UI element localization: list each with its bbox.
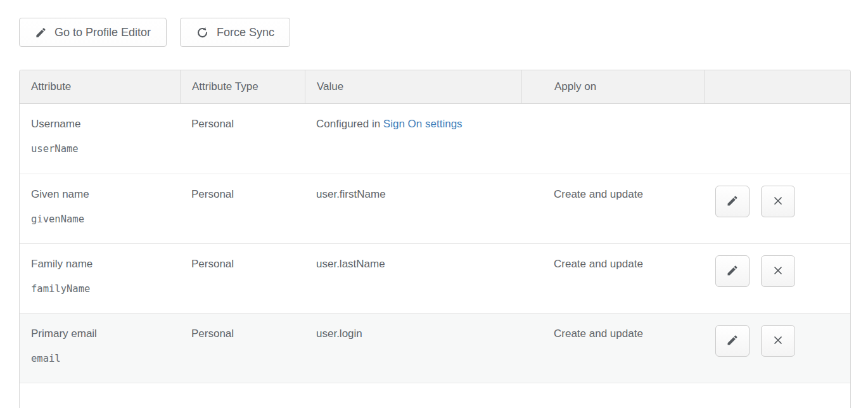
table-row-username: Username userName Personal Configured in… — [20, 104, 850, 174]
sign-on-settings-link[interactable]: Sign On settings — [383, 118, 463, 130]
attribute-type-cell: Personal — [180, 174, 305, 243]
remove-attribute-button[interactable] — [761, 255, 795, 287]
column-header-actions — [704, 70, 850, 103]
apply-on-cell — [521, 104, 704, 174]
attribute-label: Given name — [31, 188, 174, 201]
pencil-icon — [35, 27, 47, 39]
attribute-cell: Family name familyName — [20, 244, 180, 313]
force-sync-label: Force Sync — [217, 26, 274, 39]
attribute-cell: Primary email email — [20, 314, 180, 383]
pencil-icon — [726, 194, 739, 209]
attribute-mapping-table: Attribute Attribute Type Value Apply on … — [19, 70, 851, 408]
pencil-icon — [726, 334, 739, 348]
pencil-icon — [726, 264, 739, 279]
column-header-attribute-type: Attribute Type — [180, 70, 305, 103]
column-header-attribute: Attribute — [20, 70, 180, 103]
actions-cell — [704, 174, 850, 243]
attribute-label: Username — [31, 118, 174, 131]
attribute-cell: Username userName — [20, 104, 180, 174]
attribute-type-cell: Personal — [180, 104, 305, 174]
attribute-variable: userName — [31, 143, 174, 155]
table-row-primary-email: Primary email email Personal user.login … — [20, 313, 850, 383]
go-to-profile-editor-label: Go to Profile Editor — [54, 26, 151, 39]
attribute-variable: familyName — [31, 283, 174, 295]
value-cell: Configured in Sign On settings — [305, 104, 521, 174]
actions-cell — [704, 244, 850, 313]
actions-cell — [704, 104, 850, 174]
go-to-profile-editor-button[interactable]: Go to Profile Editor — [19, 18, 167, 47]
remove-attribute-button[interactable] — [761, 186, 795, 217]
attribute-variable: email — [31, 353, 174, 364]
table-row-family-name: Family name familyName Personal user.las… — [20, 243, 850, 313]
value-cell: user.lastName — [305, 244, 521, 313]
close-icon — [772, 194, 784, 209]
value-cell: user.firstName — [305, 174, 521, 243]
empty-table-row — [20, 383, 850, 408]
close-icon — [772, 334, 784, 348]
attribute-cell: Given name givenName — [20, 174, 180, 243]
toolbar: Go to Profile Editor Force Sync — [0, 0, 868, 47]
remove-attribute-button[interactable] — [761, 325, 795, 357]
force-sync-button[interactable]: Force Sync — [180, 18, 290, 47]
close-icon — [772, 264, 784, 279]
value-cell: user.login — [305, 314, 521, 383]
actions-cell — [704, 314, 850, 383]
apply-on-cell: Create and update — [521, 314, 704, 383]
table-row-given-name: Given name givenName Personal user.first… — [20, 174, 850, 243]
apply-on-cell: Create and update — [521, 244, 704, 313]
attribute-variable: givenName — [31, 214, 174, 225]
apply-on-cell: Create and update — [521, 174, 704, 243]
value-prefix: Configured in — [316, 118, 383, 130]
attribute-label: Primary email — [31, 328, 174, 340]
column-header-apply-on: Apply on — [521, 70, 704, 103]
attribute-label: Family name — [31, 258, 174, 271]
column-header-value: Value — [305, 70, 521, 103]
attribute-type-cell: Personal — [180, 314, 305, 383]
edit-attribute-button[interactable] — [715, 325, 750, 357]
table-header: Attribute Attribute Type Value Apply on — [20, 70, 850, 104]
attribute-type-cell: Personal — [180, 244, 305, 313]
edit-attribute-button[interactable] — [715, 255, 750, 287]
edit-attribute-button[interactable] — [715, 186, 750, 217]
refresh-icon — [196, 26, 209, 39]
